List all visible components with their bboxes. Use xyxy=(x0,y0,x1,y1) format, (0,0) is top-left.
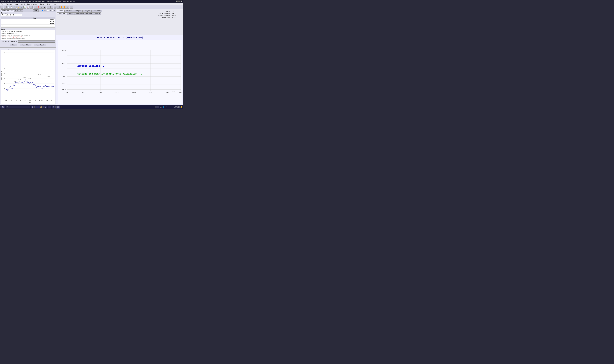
menu-item-scan parameters[interactable]: Scan Parameters xyxy=(27,3,38,5)
status-line: 10:10:57: Zeroing Baseline ... xyxy=(1,32,55,34)
taskbar-app-files[interactable]: 📁 xyxy=(39,105,43,108)
taskbar-app-edge[interactable]: ● xyxy=(35,105,39,108)
notification-icon[interactable]: 🔔 xyxy=(180,106,182,108)
taskbar-search-input[interactable] xyxy=(9,106,30,108)
table-row: 4 xyxy=(1,25,55,26)
svg-text:m/z: m/z xyxy=(29,102,31,103)
right-tab-custom[interactable]: Custom xyxy=(57,10,65,12)
maximize-button[interactable]: □ xyxy=(178,0,180,2)
toolbar-btn-4[interactable]: 💾 xyxy=(10,6,13,9)
toolbar-btn-17[interactable]: ⏮ xyxy=(53,6,56,9)
right-tab2-syringe-pump-divert-valve[interactable]: Syringe Pump / Divert Valve xyxy=(75,13,94,15)
menu-item-display[interactable]: Display xyxy=(39,3,45,5)
status-line: 10:12:53: Quit Calculating the Gain Curv… xyxy=(1,40,55,40)
taskbar-app-chrome[interactable]: ● xyxy=(48,105,51,108)
right-tab-ion-optics[interactable]: Ion Optics xyxy=(74,10,82,12)
svg-text:85: 85 xyxy=(4,68,5,69)
svg-text:1600: 1600 xyxy=(149,92,152,94)
mass-calib-tab[interactable]: Mass Calib xyxy=(14,9,23,12)
right-tab-first-quad[interactable]: First Quad xyxy=(82,10,91,12)
svg-text:90: 90 xyxy=(4,63,5,64)
start-menu-button[interactable]: ⊞ xyxy=(0,105,5,108)
toolbar-btn-16[interactable]: ↓ xyxy=(51,6,53,9)
svg-text:Zeroing Baseline ...: Zeroing Baseline ... xyxy=(78,65,105,67)
dynode-label: Dynode: xyxy=(143,11,171,13)
spectrum-chart-container: S# 41 FULL: Q1MS CT: 0.51 4.01e0 xyxy=(0,47,56,107)
svg-text:Relative Abundance: Relative Abundance xyxy=(1,71,2,80)
toolbar-btn-6[interactable]: ⚡ xyxy=(17,6,20,9)
right-tab2-vacuum[interactable]: Vacuum xyxy=(94,13,101,15)
svg-text:75: 75 xyxy=(4,78,5,79)
taskbar-app-1[interactable]: ⚙ xyxy=(52,105,55,108)
right-tab-ion-source[interactable]: Ion Source xyxy=(65,10,74,12)
mass-table-container: Mass 1182.0822568.2083997.3984 xyxy=(1,17,55,28)
mass-table-body: 1182.0822568.2083997.3984 xyxy=(1,19,55,26)
compound-dropdown[interactable]: Polytyrosine - 1, 3, 6 xyxy=(1,14,22,16)
toolbar-btn-15[interactable]: ↑ xyxy=(47,6,50,9)
menu-item-help[interactable]: Help xyxy=(52,3,56,5)
svg-text:800: 800 xyxy=(82,92,85,94)
taskbar-app-active[interactable]: ▣ xyxy=(56,105,60,108)
compound-label: Compound xyxy=(1,12,7,14)
dynode-value: ON xyxy=(171,11,183,13)
menu-item-setup[interactable]: Setup xyxy=(46,3,51,5)
window-title: Thermo TSQ Tune Master - System Tune And… xyxy=(1,1,176,2)
toolbar-btn-3[interactable]: 📄 xyxy=(7,6,10,9)
svg-text:170: 170 xyxy=(5,100,7,101)
toolbar-btn-7[interactable]: 🔬 xyxy=(20,6,23,9)
toolbar-btn-11[interactable]: ✏ xyxy=(34,6,37,9)
table-row: 3997.398 xyxy=(1,23,55,25)
opt-graph-row: Open optimization graph of: xyxy=(0,40,56,43)
toolbar-btn-9[interactable]: 📈 xyxy=(26,6,29,9)
right-tab2-dynode[interactable]: Dynode xyxy=(67,13,75,15)
action-buttons: Start Save Calib. Save Report xyxy=(0,43,56,47)
compound-area: Compound Polytyrosine - 1, 3, 6 xyxy=(0,12,56,17)
toolbar-btn-8[interactable]: 📊 xyxy=(24,6,26,9)
taskbar-app-taskview[interactable]: ⊟ xyxy=(31,105,35,108)
right-tab-collision-cell[interactable]: Collision Cell xyxy=(91,10,102,12)
multiplier-gain-label: Multiplier Gain: xyxy=(143,16,171,18)
gain-button[interactable]: Gain xyxy=(33,9,39,12)
auto-tune-tab[interactable]: Auto Tune & Calib xyxy=(1,9,14,12)
mass-col-num xyxy=(1,17,14,19)
close-button[interactable]: ✕ xyxy=(181,0,182,2)
q1-radio[interactable]: Q1 xyxy=(47,10,51,11)
toolbar-btn-2[interactable]: ✓ xyxy=(4,6,7,9)
toolbar-btn-19[interactable]: ⏪ xyxy=(60,6,63,9)
svg-text:178: 178 xyxy=(24,100,26,101)
toolbar-btn-12[interactable]: 🎯 xyxy=(37,6,40,9)
menu-item-view[interactable]: View xyxy=(14,3,18,5)
toolbar-btn-21[interactable]: ⬆ xyxy=(66,6,69,9)
start-button[interactable]: Start xyxy=(10,44,17,46)
svg-text:179.96: 179.96 xyxy=(28,78,31,79)
opt-graph-input[interactable] xyxy=(18,40,55,43)
right-tab2-third-quad-[interactable]: Third Quad , xyxy=(57,13,67,15)
menu-item-file[interactable]: File xyxy=(0,3,4,5)
taskbar-app-store[interactable]: 🛍 xyxy=(43,105,47,108)
toolbar-btn-1[interactable]: ▲ xyxy=(0,6,3,9)
save-report-button[interactable]: Save Report xyxy=(34,44,46,46)
taskbar-right: NUM ⌂ ♪ 🌐 ● ☀ 86°F Sunny 11:09 AM 9/11/2… xyxy=(156,105,183,109)
svg-text:173.72: 173.72 xyxy=(11,84,13,85)
search-icon: 🔍 xyxy=(6,106,8,108)
toolbar-help-btn[interactable]: ? xyxy=(70,6,73,9)
table-row: 1182.082 xyxy=(1,19,55,21)
status-label: Status: xyxy=(1,28,55,30)
minimize-button[interactable]: — xyxy=(176,0,178,2)
multiplier-voltage-value: -1056 xyxy=(171,14,183,16)
gain-curve-chart: 1e+07 1e+06 Gain 1e+05 1e+04 600 800 100… xyxy=(58,40,182,104)
q2-radio[interactable]: Q2 xyxy=(52,10,55,11)
both-radio[interactable]: Both xyxy=(42,10,46,11)
toolbar-btn-13[interactable]: ◎ xyxy=(40,6,43,9)
toolbar-btn-10[interactable]: ⚙ xyxy=(30,6,33,9)
save-calib-button[interactable]: Save Calib. xyxy=(20,44,31,46)
status-line: 10:10:54: Constructing the Gain Curve xyxy=(1,30,55,32)
toolbar-btn-18[interactable]: ⏭ xyxy=(57,6,60,9)
svg-text:188.03: 188.03 xyxy=(47,76,50,77)
toolbar-btn-20[interactable]: ⏩ xyxy=(63,6,66,9)
toolbar: ▲ ✓ 📄 💾 🔧 ⚡ 🔬 📊 📈 ⚙ ✏ 🎯 ◎ 📷 ↑ ↓ ⏮ ⏭ ⏪ ⏩ … xyxy=(0,5,183,9)
toolbar-btn-14[interactable]: 📷 xyxy=(43,6,46,9)
toolbar-btn-5[interactable]: 🔧 xyxy=(13,6,16,9)
menu-item-control[interactable]: Control xyxy=(20,3,25,5)
menu-item-workspace[interactable]: Workspace xyxy=(5,3,13,5)
